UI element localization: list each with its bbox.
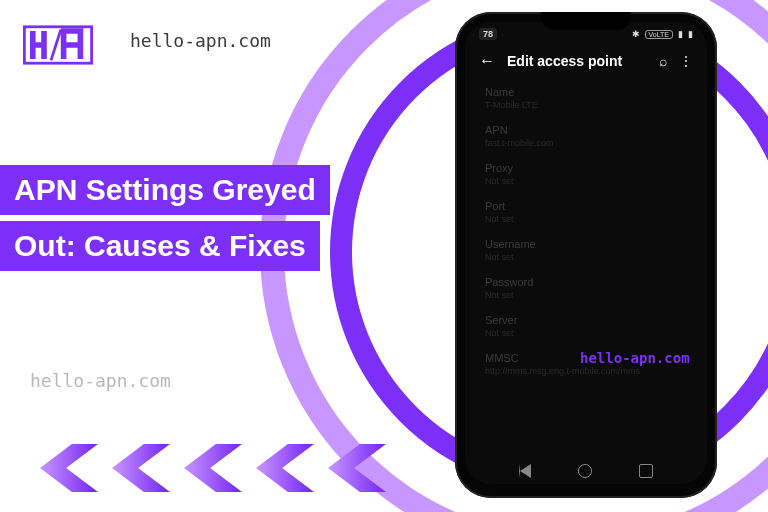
app-bar: ← Edit access point ⌕ ⋮ — [465, 40, 707, 82]
phone-notch — [541, 12, 631, 30]
status-right: ✱ VoLTE ▮ ▮ — [632, 29, 694, 39]
chevron-icon — [184, 444, 242, 492]
field-server[interactable]: ServerNot set — [485, 314, 687, 338]
volte-badge: VoLTE — [645, 30, 674, 39]
phone-mockup: 78 ✱ VoLTE ▮ ▮ ← Edit access point ⌕ ⋮ N… — [455, 12, 717, 498]
bluetooth-icon: ✱ — [632, 29, 640, 39]
chevron-icon — [112, 444, 170, 492]
android-navbar — [465, 464, 707, 478]
watermark-top: hello-apn.com — [130, 30, 271, 51]
watermark-phone: hello-apn.com — [580, 350, 690, 366]
status-left: 78 — [479, 28, 497, 40]
apn-fields: NameT-Mobile LTE APNfast.t-mobile.com Pr… — [465, 82, 707, 394]
field-password[interactable]: PasswordNot set — [485, 276, 687, 300]
more-icon[interactable]: ⋮ — [679, 53, 693, 69]
chevron-icon — [256, 444, 314, 492]
nav-back-icon[interactable] — [519, 464, 531, 478]
watermark-left: hello-apn.com — [30, 370, 171, 391]
site-logo — [20, 20, 95, 70]
field-port[interactable]: PortNot set — [485, 200, 687, 224]
back-icon[interactable]: ← — [479, 52, 495, 70]
chevron-row — [40, 444, 386, 492]
headline-line-1: APN Settings Greyed — [0, 165, 330, 215]
appbar-title: Edit access point — [507, 53, 647, 69]
field-apn[interactable]: APNfast.t-mobile.com — [485, 124, 687, 148]
nav-home-icon[interactable] — [578, 464, 592, 478]
chevron-icon — [328, 444, 386, 492]
search-icon[interactable]: ⌕ — [659, 53, 667, 69]
field-name[interactable]: NameT-Mobile LTE — [485, 86, 687, 110]
field-username[interactable]: UsernameNot set — [485, 238, 687, 262]
chevron-icon — [40, 444, 98, 492]
logo-icon — [23, 23, 93, 67]
headline-line-2: Out: Causes & Fixes — [0, 221, 320, 271]
headline: APN Settings Greyed Out: Causes & Fixes — [0, 165, 330, 277]
nav-recent-icon[interactable] — [639, 464, 653, 478]
field-proxy[interactable]: ProxyNot set — [485, 162, 687, 186]
battery-icon: ▮ — [688, 29, 693, 39]
phone-screen: 78 ✱ VoLTE ▮ ▮ ← Edit access point ⌕ ⋮ N… — [465, 22, 707, 484]
signal-icon: ▮ — [678, 29, 683, 39]
